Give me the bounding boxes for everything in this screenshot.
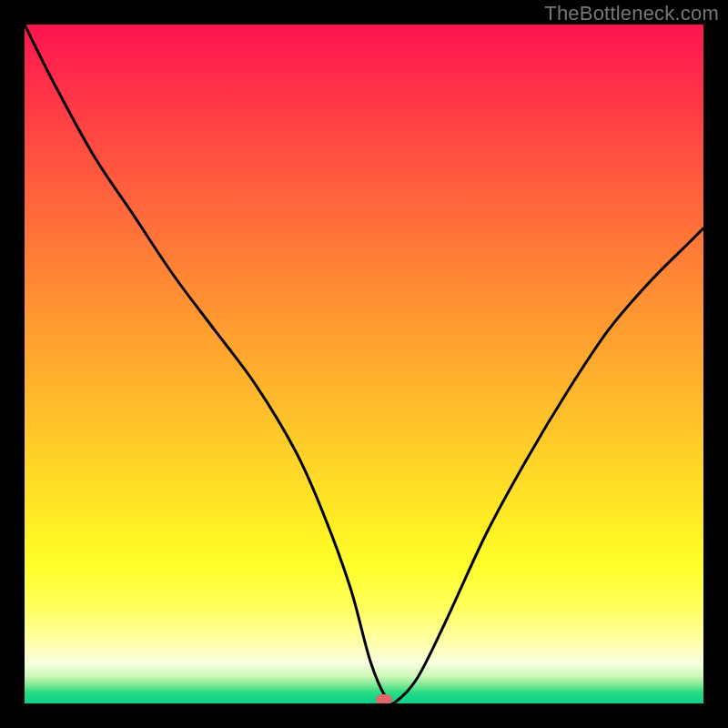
curve-path [25,25,703,703]
chart-frame: TheBottleneck.com [0,0,728,728]
bottleneck-curve [25,25,703,703]
watermark-text: TheBottleneck.com [544,2,719,25]
plot-area [25,25,703,703]
optimal-point-marker [376,694,392,703]
